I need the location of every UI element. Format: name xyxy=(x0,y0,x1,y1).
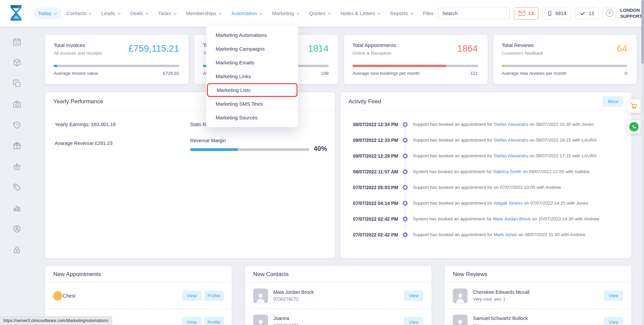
account-menu[interactable]: LONDON SUPPORT xyxy=(620,7,644,20)
check-icon xyxy=(580,11,586,16)
feed-timestamp: 07/07/2022 05:03 PM xyxy=(340,185,398,190)
search-input[interactable] xyxy=(438,8,509,19)
nav-item-notes-letters[interactable]: Notes & Letters xyxy=(336,7,385,19)
help-button[interactable]: ? xyxy=(603,7,616,19)
search-icon[interactable] xyxy=(509,8,510,19)
footer-label: Average invoice value xyxy=(54,71,98,76)
contact-link[interactable]: Stefan Alexandru xyxy=(494,138,528,143)
card-value: 64 xyxy=(617,44,627,54)
nav-item-reports[interactable]: Reports xyxy=(386,7,418,19)
panel-title: Activity Feed xyxy=(348,98,381,105)
feed-post: on 08/07/2022 18:15 with LAURA xyxy=(530,138,597,143)
copy-icon[interactable] xyxy=(12,79,21,88)
contact-avatar xyxy=(253,315,268,325)
panel-title: New Appointments xyxy=(53,271,101,278)
progress-bar xyxy=(54,65,179,67)
more-button[interactable]: More xyxy=(603,96,623,107)
contact-link[interactable]: Sabrina Smith xyxy=(493,169,522,174)
view-button[interactable]: View xyxy=(404,317,423,325)
shopping-cart-icon xyxy=(630,102,638,110)
menu-item-marketing-lists[interactable]: Marketing Lists xyxy=(207,83,298,97)
nav-item-files[interactable]: Files xyxy=(419,7,438,19)
menu-item-marketing-links[interactable]: Marketing Links xyxy=(206,69,298,83)
nav-item-tasks[interactable]: Tasks xyxy=(154,7,181,19)
nav-label: Memberships xyxy=(186,10,216,16)
appointment-status-dot xyxy=(53,291,62,300)
nav-item-leads[interactable]: Leads xyxy=(97,7,125,19)
average-revenue: Avarage Revenue £291.23 xyxy=(55,141,112,146)
chevron-down-icon xyxy=(145,12,149,15)
contact-link[interactable]: Maia Jordan Brock xyxy=(493,216,531,221)
view-button[interactable]: View xyxy=(182,317,202,325)
nav-item-quotes[interactable]: Quotes xyxy=(305,7,335,19)
mail-notifications-button[interactable]: 13 xyxy=(514,7,538,19)
package-icon[interactable] xyxy=(12,58,21,67)
nav-item-today[interactable]: Today xyxy=(34,7,61,19)
menu-item-marketing-campaigns[interactable]: Marketing Campaigns xyxy=(206,42,298,56)
view-button[interactable]: View xyxy=(182,290,202,301)
calendar-icon[interactable]: 12 xyxy=(12,37,21,46)
feed-post: on 07/07/2022 13:00 with Andrew xyxy=(494,185,561,190)
basket-icon[interactable] xyxy=(12,162,21,171)
topbar-right: 13 5914 13 ? LONDON SUPPORT xyxy=(438,7,644,20)
scrollbar-thumb[interactable] xyxy=(641,0,644,64)
feed-text: System has booked an appointment for Mai… xyxy=(413,216,599,221)
card-title: Total Appointments xyxy=(353,42,396,48)
support-icon[interactable] xyxy=(12,224,21,233)
timeline-dot-icon xyxy=(403,217,408,221)
phone-calls-button[interactable]: 5914 xyxy=(542,7,571,19)
chart-icon[interactable] xyxy=(12,204,21,213)
footer-value: 108 xyxy=(321,71,329,76)
revenue-margin-bar xyxy=(190,148,309,151)
contact-phone: 0730274272 xyxy=(273,296,314,303)
tasks-done-button[interactable]: 13 xyxy=(575,7,599,19)
nav-item-contacts[interactable]: Contacts xyxy=(62,7,96,19)
view-button[interactable]: View xyxy=(404,290,423,301)
contact-link[interactable]: Stefan Alexandru xyxy=(494,122,528,127)
view-button[interactable]: View xyxy=(604,290,623,301)
menu-item-marketing-automations[interactable]: Marketing Automations xyxy=(206,28,298,42)
feed-post: on 10/07/2022 14:30 with Andrew xyxy=(532,216,599,221)
lock-icon[interactable] xyxy=(12,245,21,254)
nav-label: Leads xyxy=(101,10,115,16)
app-logo-icon[interactable] xyxy=(7,4,25,23)
feed-pre: Support has booked an appointment for xyxy=(413,122,492,127)
feed-post: on 08/07/2022 17:15 with LAURA xyxy=(530,153,597,158)
timeline-dot-icon xyxy=(403,185,408,190)
nav-item-deals[interactable]: Deals xyxy=(126,7,153,19)
cart-widget-button[interactable] xyxy=(627,99,641,113)
camera-icon[interactable] xyxy=(12,100,21,109)
progress-bar xyxy=(353,65,478,67)
nav-item-automation[interactable]: Automation xyxy=(227,7,267,19)
card-subtitle: All invoices and receipts xyxy=(54,51,102,56)
call-widget-button[interactable] xyxy=(627,120,641,133)
contact-name: Joanna xyxy=(273,315,299,322)
feed-pre: Support has booked an appointment for xyxy=(413,232,492,237)
contact-link[interactable]: Mark Jones xyxy=(494,232,517,237)
chevron-down-icon xyxy=(54,12,57,15)
review-note: Very cool, yes :) xyxy=(473,296,529,303)
view-button[interactable]: View xyxy=(604,317,623,325)
history-icon[interactable] xyxy=(12,120,21,129)
feed-text: Support has booked an appointment for St… xyxy=(413,122,594,127)
tag-icon[interactable] xyxy=(12,183,21,192)
chevron-down-icon xyxy=(89,12,92,15)
reviewer-avatar xyxy=(453,315,468,325)
panel-header: Activity Feed More xyxy=(340,92,631,111)
feed-pre: System has booked an appointment for xyxy=(413,169,492,174)
gift-icon[interactable] xyxy=(12,141,21,150)
profile-button[interactable]: Profile xyxy=(204,290,224,301)
menu-item-marketing-sources[interactable]: Marketing Sources xyxy=(206,111,298,124)
nav-item-marketing[interactable]: Marketing xyxy=(268,7,304,19)
menu-item-marketing-sms-texts[interactable]: Marketing SMS Texts xyxy=(206,97,298,111)
contact-name: Maia Jordan Brock xyxy=(273,289,314,296)
scrollbar-track xyxy=(641,0,644,325)
menu-item-marketing-emails[interactable]: Marketing Emails xyxy=(206,56,298,69)
nav-item-memberships[interactable]: Memberships xyxy=(182,7,226,19)
profile-button[interactable]: Profile xyxy=(204,317,224,325)
nav-label: Contacts xyxy=(66,10,86,16)
contact-phone: 0795958777 xyxy=(273,322,299,325)
contact-link[interactable]: Abigail Joness xyxy=(493,201,523,206)
contact-link[interactable]: Stefan Alexandru xyxy=(494,153,528,158)
automation-dropdown-menu: Marketing Automations Marketing Campaign… xyxy=(206,26,298,127)
